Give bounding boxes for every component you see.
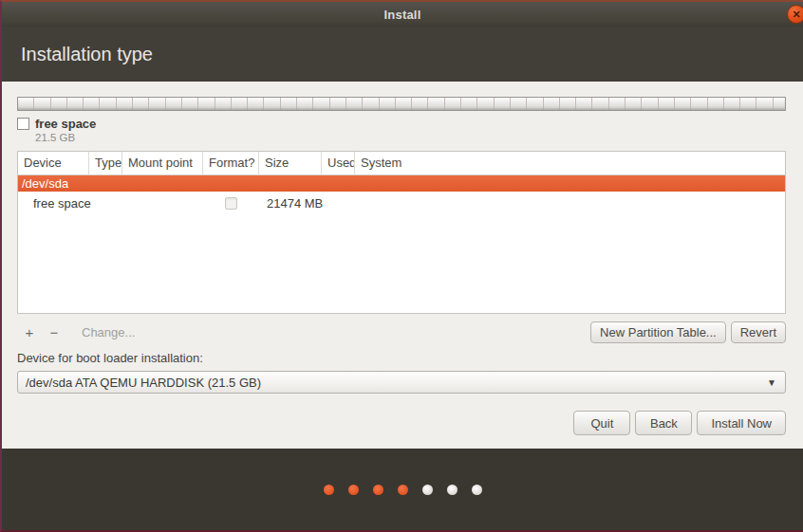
partition-table-header: Device Type Mount point Format? Size Use…: [18, 152, 785, 175]
column-header-mount-point[interactable]: Mount point: [122, 152, 203, 174]
bootloader-device-select[interactable]: /dev/sda ATA QEMU HARDDISK (21.5 GB) ▼: [17, 371, 786, 394]
revert-button[interactable]: Revert: [731, 321, 786, 343]
close-button[interactable]: ✕: [787, 5, 803, 24]
change-button[interactable]: Change...: [82, 325, 135, 339]
chevron-down-icon: ▼: [758, 377, 785, 388]
progress-dot: [422, 485, 433, 495]
quit-button[interactable]: Quit: [573, 411, 630, 435]
window-title: Install: [384, 8, 421, 22]
install-now-button[interactable]: Install Now: [697, 411, 786, 435]
titlebar[interactable]: Install ✕: [2, 2, 803, 27]
page-title: Installation type: [2, 44, 153, 65]
partition-legend: free space 21.5 GB: [17, 117, 786, 146]
cell-device: free space: [18, 196, 89, 211]
page-header: Installation type: [2, 27, 803, 82]
legend-label: free space: [35, 117, 96, 131]
column-header-format[interactable]: Format?: [203, 152, 259, 174]
device-name: /dev/sda: [22, 176, 68, 191]
progress-dots: [324, 485, 482, 495]
partition-toolbar: + − Change... New Partition Table... Rev…: [17, 321, 786, 343]
partition-bar: [17, 97, 786, 111]
action-buttons: Quit Back Install Now: [17, 411, 786, 435]
cell-format: [203, 197, 259, 210]
table-row-sda[interactable]: /dev/sda: [18, 175, 785, 192]
legend-size: 21.5 GB: [35, 132, 786, 143]
cell-size: 21474 MB: [259, 196, 322, 211]
column-header-type[interactable]: Type: [89, 152, 122, 174]
column-header-used[interactable]: Used: [322, 152, 355, 174]
progress-dot: [472, 485, 482, 495]
progress-dot: [447, 485, 458, 495]
free-space-swatch: [17, 118, 29, 130]
add-partition-button[interactable]: +: [17, 321, 42, 342]
installer-window: Install ✕ Installation type free space 2…: [0, 0, 803, 532]
column-header-system[interactable]: System: [355, 152, 785, 174]
table-row-free-space[interactable]: free space 21474 MB: [18, 192, 785, 215]
back-button[interactable]: Back: [635, 411, 692, 435]
format-checkbox[interactable]: [225, 197, 237, 210]
bootloader-device-value: /dev/sda ATA QEMU HARDDISK (21.5 GB): [18, 376, 758, 390]
progress-dot: [398, 485, 408, 495]
progress-dot: [324, 485, 334, 495]
content-area: free space 21.5 GB Device Type Mount poi…: [2, 82, 803, 449]
remove-partition-button[interactable]: −: [42, 321, 66, 342]
partition-table: Device Type Mount point Format? Size Use…: [17, 151, 786, 314]
bootloader-label: Device for boot loader installation:: [17, 351, 786, 365]
footer: [2, 449, 803, 530]
new-partition-table-button[interactable]: New Partition Table...: [590, 321, 726, 343]
close-icon: ✕: [792, 9, 800, 20]
column-header-size[interactable]: Size: [259, 152, 322, 174]
progress-dot: [373, 485, 383, 495]
progress-dot: [348, 485, 359, 495]
column-header-device[interactable]: Device: [18, 152, 89, 174]
